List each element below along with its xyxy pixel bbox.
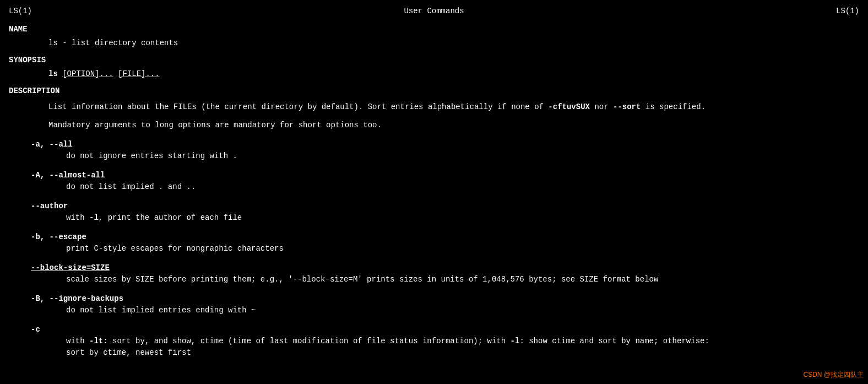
section-synopsis: SYNOPSIS ls [OPTION]... [FILE]... [9,55,859,80]
option-b: -b, --escape print C-style escapes for n… [9,231,859,255]
option-a-desc: do not ignore entries starting with . [9,150,859,162]
option-b-name: -b, --escape [9,231,859,243]
synopsis-title: SYNOPSIS [9,55,859,66]
watermark: CSDN @找定四队主 [803,370,864,380]
option-a: -a, --all do not ignore entries starting… [9,139,859,162]
description-title: DESCRIPTION [9,85,859,97]
option-c: -c with -lt: sort by, and show, ctime (t… [9,324,859,359]
option-block-size-name: --block-size=SIZE [9,262,859,274]
option-block-size: --block-size=SIZE scale sizes by SIZE be… [9,262,859,285]
desc-para1-end: is specified. [641,102,706,111]
option-A-name: -A, --almost-all [9,170,859,181]
option-author-desc: with -l, print the author of each file [9,212,859,224]
desc-bold2: --sort [613,102,641,111]
desc-bold1: -cftuvSUX [548,102,590,111]
header-center: User Commands [32,6,836,17]
option-author: --author with -l, print the author of ea… [9,201,859,224]
synopsis-line: ls [OPTION]... [FILE]... [9,68,859,80]
section-name: NAME ls - list directory contents [9,24,859,49]
option-author-name: --author [9,201,859,212]
man-page: LS(1) User Commands LS(1) NAME ls - list… [9,6,859,359]
description-para1: List information about the FILEs (the cu… [9,101,859,113]
synopsis-cmd: ls [48,69,58,78]
option-B-name: -B, --ignore-backups [9,293,859,305]
header-left: LS(1) [9,6,32,17]
section-description: DESCRIPTION List information about the F… [9,85,859,359]
option-B: -B, --ignore-backups do not list implied… [9,293,859,316]
option-b-desc: print C-style escapes for nongraphic cha… [9,243,859,255]
header-right: LS(1) [836,6,859,17]
option-c-desc: with -lt: sort by, and show, ctime (time… [9,336,859,347]
name-content: ls - list directory contents [9,37,859,49]
name-title: NAME [9,24,859,35]
option-B-desc: do not list implied entries ending with … [9,305,859,316]
option-c-desc2: sort by ctime, newest first [9,347,859,359]
option-A-desc: do not list implied . and .. [9,181,859,193]
synopsis-option: [OPTION]... [62,69,113,78]
desc-para1-text1: List information about the FILEs (the cu… [48,102,548,111]
desc-nor: nor [590,102,613,111]
option-A: -A, --almost-all do not list implied . a… [9,170,859,193]
man-header: LS(1) User Commands LS(1) [9,6,859,17]
description-para2: Mandatory arguments to long options are … [9,120,859,131]
option-block-size-desc: scale sizes by SIZE before printing them… [9,274,859,285]
option-c-name: -c [9,324,859,336]
option-a-name: -a, --all [9,139,859,150]
synopsis-file: [FILE]... [118,69,160,78]
